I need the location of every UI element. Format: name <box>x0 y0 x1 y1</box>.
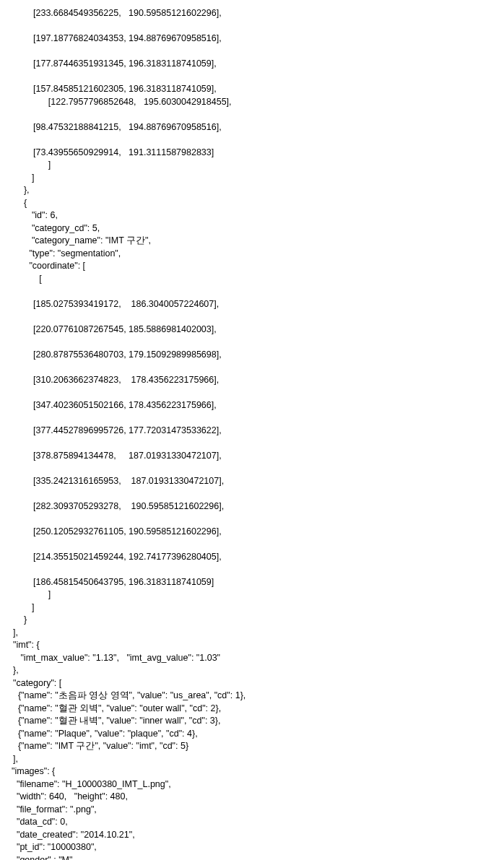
open-brace: { <box>6 197 27 210</box>
field-category-name: "category_name": "IMT 구간", <box>6 235 151 248</box>
close-bracket: ] <box>6 159 51 172</box>
coord-line: [185.0275393419172, 186.3040057224607], <box>6 298 219 311</box>
images-gender: "gender" : "M", <box>6 854 75 861</box>
coord-line: [347.40236051502166, 178.4356223175966], <box>6 399 217 412</box>
coord-line: [378.875894134478, 187.01931330472107], <box>6 450 222 463</box>
category-item: {"name": "IMT 구간", "value": "imt", "cd":… <box>6 740 188 753</box>
coord-line: [122.7957796852648, 195.6030042918455], <box>6 96 232 109</box>
images-ptid: "pt_id": "10000380", <box>6 841 97 854</box>
coord-line: [197.18776824034353, 194.88769670958516]… <box>6 32 222 45</box>
images-format: "file_format": ".png", <box>6 804 97 817</box>
field-type: "type": "segmentation", <box>6 248 121 261</box>
coord-line: [157.84585121602305, 196.3183118741059], <box>6 83 217 96</box>
close-bracket: ] <box>6 172 34 185</box>
imt-open: "imt": { <box>6 639 40 652</box>
images-filename: "filename": "H_10000380_IMT_L.png", <box>6 778 171 791</box>
json-document: [233.6684549356225, 190.59585121602296],… <box>0 0 504 860</box>
category-item: {"name": "Plaque", "value": "plaque", "c… <box>6 728 198 741</box>
category-item: {"name": "혈관 외벽", "value": "outer wall",… <box>6 703 221 716</box>
coord-line: [186.45815450643795, 196.3183118741059] <box>6 576 214 589</box>
coord-line: [220.07761087267545, 185.5886981402003], <box>6 323 217 336</box>
coord-line: [310.2063662374823, 178.4356223175966], <box>6 374 219 387</box>
category-item: {"name": "초음파 영상 영역", "value": "us_area"… <box>6 690 246 703</box>
images-open: "images": { <box>6 765 55 778</box>
imt-values: "imt_max_value": "1.13", "imt_avg_value"… <box>6 652 220 665</box>
coord-line: [250.12052932761105, 190.59585121602296]… <box>6 526 222 539</box>
field-category-cd: "category_cd": 5, <box>6 222 100 235</box>
coord-line: [73.43955650929914, 191.3111587982833] <box>6 147 214 160</box>
coord-line: [280.87875536480703, 179.15092989985698]… <box>6 349 222 362</box>
close-bracket: ] <box>6 588 51 601</box>
coord-line: [98.47532188841215, 194.88769670958516], <box>6 121 222 134</box>
category-open: "category": [ <box>6 677 61 690</box>
coord-line: [377.44527896995726, 177.72031473533622]… <box>6 425 222 438</box>
field-coordinate-open: "coordinate": [ <box>6 260 85 273</box>
field-coordinate-open2: [ <box>6 273 42 286</box>
category-item: {"name": "혈관 내벽", "value": "inner wall",… <box>6 715 220 728</box>
close-bracket: ] <box>6 601 34 614</box>
close-bracket: ], <box>6 627 18 640</box>
coord-line: [335.2421316165953, 187.01931330472107], <box>6 475 224 488</box>
close-brace: }, <box>6 184 30 197</box>
field-id: "id": 6, <box>6 209 58 222</box>
images-wh: "width": 640, "height": 480, <box>6 791 128 804</box>
images-datacd: "data_cd": 0, <box>6 816 68 829</box>
category-close: ], <box>6 753 18 766</box>
images-date: "date_created": "2014.10.21", <box>6 829 135 842</box>
close-brace: } <box>6 614 27 627</box>
coord-line: [177.87446351931345, 196.3183118741059], <box>6 58 217 71</box>
coord-line: [233.6684549356225, 190.59585121602296], <box>6 7 222 20</box>
imt-close: }, <box>6 664 19 677</box>
coord-line: [214.35515021459244, 192.74177396280405]… <box>6 551 222 564</box>
coord-line: [282.3093705293278, 190.59585121602296], <box>6 500 224 513</box>
